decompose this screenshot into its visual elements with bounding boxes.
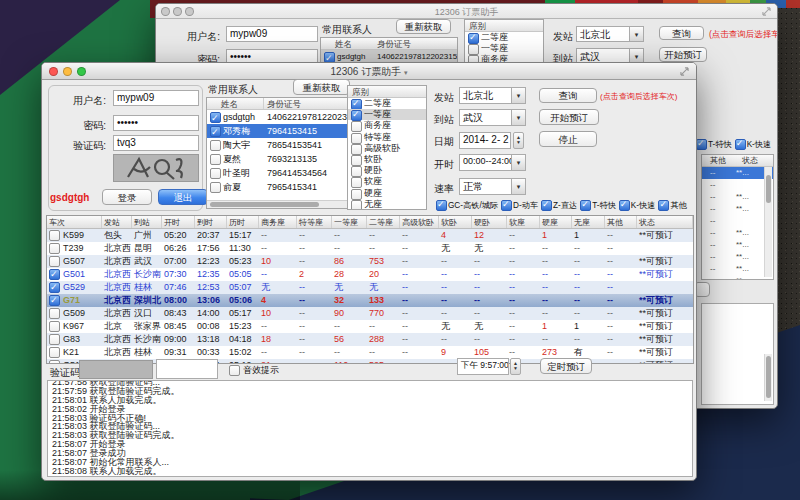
checkbox-icon[interactable] <box>49 334 60 345</box>
checkbox-icon[interactable] <box>49 347 60 358</box>
main-window[interactable]: 12306 订票助手 ▾ 用户名: mypw09 密码: •••••• 验证码:… <box>41 62 697 481</box>
table-row[interactable]: G71北京西深圳北08:0013:0605:064--32133--------… <box>47 294 693 307</box>
table-row[interactable]: K21北京西桂林09:3100:3315:02----------9105--2… <box>47 346 693 359</box>
checkbox-icon[interactable] <box>49 256 60 267</box>
seat-item[interactable]: 一等座 <box>465 43 543 54</box>
checkbox-icon[interactable] <box>49 243 60 254</box>
column-header[interactable]: 状态 <box>637 216 693 228</box>
background-window-titlebar[interactable]: 12306 订票助手 <box>156 4 777 19</box>
login-button[interactable]: 登录 <box>102 189 152 205</box>
train-table[interactable]: 车次发站到站开时到时历时商务座特等座一等座二等座高级软卧软卧硬卧软座硬座无座其他… <box>46 215 694 364</box>
column-header[interactable]: 状态 <box>734 155 758 166</box>
back-contacts-list[interactable]: 姓名 身份证号 gsdgtgh 140622197812202315 <box>320 37 458 64</box>
query-button[interactable]: 查询 <box>539 88 597 103</box>
column-header[interactable]: 商务座 <box>259 216 297 228</box>
fullscreen-icon[interactable] <box>680 67 689 76</box>
table-row[interactable]: --**... <box>702 263 773 275</box>
cell[interactable]: K21 <box>47 346 102 359</box>
book-button[interactable]: 开始预订 <box>659 47 707 62</box>
table-row[interactable]: --**... <box>702 227 773 239</box>
train-type-checkbox[interactable]: K-快速 <box>619 200 656 211</box>
table-row[interactable]: K599包头广州05:2020:3715:17----------412--11… <box>47 229 693 242</box>
seat-item[interactable]: 二等座 <box>465 32 543 43</box>
chevron-down-icon[interactable]: ▾ <box>629 49 643 63</box>
proxy-caret-icon[interactable]: ▾ <box>404 69 408 76</box>
password-input[interactable]: •••••• <box>113 115 199 131</box>
table-row[interactable]: --**... <box>702 239 773 251</box>
checkbox-icon[interactable] <box>619 200 630 211</box>
table-row[interactable]: T239北京西昆明06:2617:5611:30----------无无----… <box>47 242 693 255</box>
column-header[interactable]: 历时 <box>227 216 259 228</box>
column-header[interactable]: 软座 <box>507 216 540 228</box>
username-input[interactable]: mypw09 <box>226 26 318 42</box>
checkbox-icon[interactable] <box>229 365 240 376</box>
checkbox-icon[interactable] <box>501 200 512 211</box>
column-header[interactable]: 到时 <box>195 216 227 228</box>
order-captcha-input[interactable] <box>156 359 218 379</box>
captcha-input[interactable]: tvq3 <box>113 135 199 151</box>
table-row[interactable]: **.. <box>702 275 773 280</box>
timer-stepper[interactable]: ▲▼ <box>510 358 521 375</box>
checkbox-icon[interactable] <box>49 269 60 280</box>
checkbox-icon[interactable] <box>49 360 60 364</box>
column-header[interactable]: 软卧 <box>439 216 472 228</box>
train-type-checkbox[interactable]: T-特快 <box>580 200 616 211</box>
captcha-image[interactable] <box>113 154 199 182</box>
checkbox-icon[interactable] <box>436 200 447 211</box>
seat-item[interactable]: 硬卧 <box>348 165 426 176</box>
back-log-area[interactable] <box>701 303 774 405</box>
column-header[interactable]: 车次 <box>47 216 102 228</box>
train-type-checkbox[interactable]: Z-直达 <box>541 200 577 211</box>
chevron-down-icon[interactable]: ▾ <box>629 27 643 41</box>
table-row[interactable]: --**... <box>702 203 773 215</box>
from-station-select[interactable]: 北京北 ▾ <box>459 87 526 104</box>
train-type-checkbox[interactable]: T-特快 <box>696 139 732 150</box>
column-header[interactable]: 开时 <box>162 216 195 228</box>
sound-checkbox[interactable]: 音效提示 <box>229 364 279 377</box>
refresh-contacts-button[interactable]: 重新获取 <box>396 19 451 34</box>
log-area[interactable]: 21:57:58 获取登陆验证码...21:57:59 获取登陆验证码完成。21… <box>47 380 693 477</box>
table-row[interactable]: K967北京张家界08:4500:0815:23----------无无--11… <box>47 320 693 333</box>
stop-button[interactable]: 停止 <box>539 131 597 147</box>
to-station-select[interactable]: 武汉 ▾ <box>459 109 526 126</box>
checkbox-icon[interactable] <box>580 200 591 211</box>
back-mini-table[interactable]: 其他 状态 --**...----**...--**...----**...--… <box>701 154 774 280</box>
date-input[interactable]: 2014- 2- 2 <box>459 132 511 149</box>
order-captcha-image[interactable] <box>79 360 153 379</box>
column-header[interactable]: 二等座 <box>367 216 400 228</box>
train-type-checkbox[interactable]: D-动车 <box>501 200 538 211</box>
table-row[interactable]: G529北京西桂林07:4612:5305:07无--无无-----------… <box>47 281 693 294</box>
seat-item[interactable]: 商务座 <box>348 120 426 131</box>
back-seat-list[interactable]: 席别 二等座一等座商务座 <box>464 19 544 65</box>
chevron-down-icon[interactable]: ▾ <box>511 179 525 194</box>
checkbox-icon[interactable] <box>49 282 60 293</box>
column-header[interactable]: 其他 <box>702 155 734 166</box>
cell[interactable]: G501 <box>47 268 102 281</box>
table-row[interactable]: G509北京西汉口08:4314:0005:1710--90770-------… <box>47 307 693 320</box>
checkbox-icon[interactable] <box>49 308 60 319</box>
date-stepper[interactable]: ▲▼ <box>513 132 524 149</box>
checkbox-icon[interactable] <box>210 112 221 123</box>
timed-book-button[interactable]: 定时预订 <box>540 358 592 374</box>
train-type-checkbox[interactable]: GC-高铁/城际 <box>436 200 498 211</box>
refresh-contacts-button[interactable]: 重新获取 <box>293 79 350 95</box>
column-header[interactable]: 高级软卧 <box>400 216 439 228</box>
table-row[interactable]: --**... <box>702 251 773 263</box>
column-header[interactable]: 发站 <box>102 216 132 228</box>
quit-button[interactable]: 退出 <box>158 189 208 205</box>
cell[interactable]: G83 <box>47 333 102 346</box>
column-header[interactable]: 无座 <box>572 216 605 228</box>
train-type-checkbox[interactable]: K-快速 <box>735 139 772 150</box>
table-row[interactable]: --**... <box>702 167 773 179</box>
timer-input[interactable]: 下午 9:57:00 <box>457 358 509 375</box>
main-window-titlebar[interactable]: 12306 订票助手 ▾ <box>42 63 696 80</box>
chevron-down-icon[interactable]: ▾ <box>511 155 525 170</box>
seat-item[interactable]: 高级软卧 <box>348 143 426 154</box>
checkbox-icon[interactable] <box>735 139 746 150</box>
column-header[interactable]: 硬卧 <box>472 216 507 228</box>
fullscreen-icon[interactable] <box>762 7 771 16</box>
checkbox-icon[interactable] <box>49 230 60 241</box>
seat-item[interactable]: 无座 <box>348 199 426 210</box>
column-header[interactable]: 硬座 <box>540 216 572 228</box>
rate-select[interactable]: 正常 ▾ <box>459 178 526 195</box>
